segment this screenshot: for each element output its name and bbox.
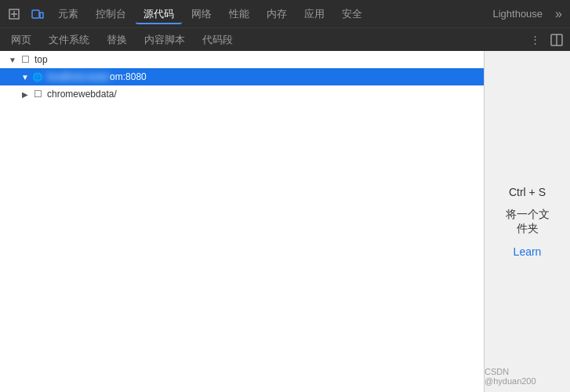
tree-label-localhost: localhost.examom:8080: [47, 71, 484, 82]
top-toolbar: 元素 控制台 源代码 网络 性能 内存 应用 安全 Lighthouse »: [0, 0, 570, 27]
tree-arrow-localhost: [19, 71, 31, 83]
tab-network[interactable]: 网络: [183, 4, 220, 24]
sec-tab-filesystem[interactable]: 文件系统: [41, 31, 97, 49]
tree-label-top: top: [34, 54, 484, 65]
svg-rect-4: [40, 13, 43, 18]
tree-arrow-top: [6, 53, 19, 66]
tab-performance[interactable]: 性能: [221, 4, 257, 24]
tree-item-localhost[interactable]: 🌐 localhost.examom:8080: [0, 68, 484, 85]
more-options-icon[interactable]: ⋮: [525, 30, 545, 50]
tab-application[interactable]: 应用: [296, 4, 332, 24]
globe-icon-localhost: 🌐: [31, 71, 44, 83]
panel-layout-icon[interactable]: [546, 30, 567, 50]
watermark: CSDN @hyduan200: [485, 367, 562, 386]
svg-rect-3: [32, 10, 39, 18]
main-area: ☐ top 🌐 localhost.examom:8080 ☐ chromewe…: [0, 51, 570, 392]
tab-lighthouse[interactable]: Lighthouse: [486, 8, 549, 20]
tree-label-chromewebdata: chromewebdata/: [47, 89, 484, 100]
blurred-prefix: localhost.exam: [47, 71, 110, 82]
tree-arrow-chromewebdata: [19, 88, 31, 100]
tree-item-chromewebdata[interactable]: ☐ chromewebdata/: [0, 85, 484, 103]
tab-memory[interactable]: 内存: [259, 4, 295, 24]
cursor-tool-icon[interactable]: [3, 3, 25, 25]
tab-elements[interactable]: 元素: [50, 4, 86, 24]
folder-icon-chromewebdata: ☐: [31, 88, 44, 100]
sec-tab-page[interactable]: 网页: [3, 31, 39, 49]
tab-sources[interactable]: 源代码: [136, 4, 182, 24]
more-tabs-button[interactable]: »: [550, 7, 567, 21]
device-toggle-icon[interactable]: [27, 3, 49, 25]
learn-link[interactable]: Learn: [514, 245, 542, 258]
file-panel: ☐ top 🌐 localhost.examom:8080 ☐ chromewe…: [0, 51, 485, 392]
folder-icon-top: ☐: [19, 53, 31, 66]
drag-text: 将一个文件夹: [500, 208, 554, 236]
right-panel-content: Ctrl + S 将一个文件夹 Learn: [500, 186, 554, 258]
right-panel: Ctrl + S 将一个文件夹 Learn CSDN @hyduan200: [485, 51, 570, 392]
sec-tab-overrides[interactable]: 替换: [99, 31, 135, 49]
sec-tab-snippets[interactable]: 代码段: [194, 31, 241, 49]
tab-console[interactable]: 控制台: [88, 4, 134, 24]
sec-tab-content-scripts[interactable]: 内容脚本: [136, 31, 193, 49]
tab-security[interactable]: 安全: [334, 4, 370, 24]
second-toolbar: 网页 文件系统 替换 内容脚本 代码段 ⋮: [0, 27, 570, 51]
tree-item-top[interactable]: ☐ top: [0, 51, 484, 68]
shortcut-text: Ctrl + S: [500, 186, 554, 198]
